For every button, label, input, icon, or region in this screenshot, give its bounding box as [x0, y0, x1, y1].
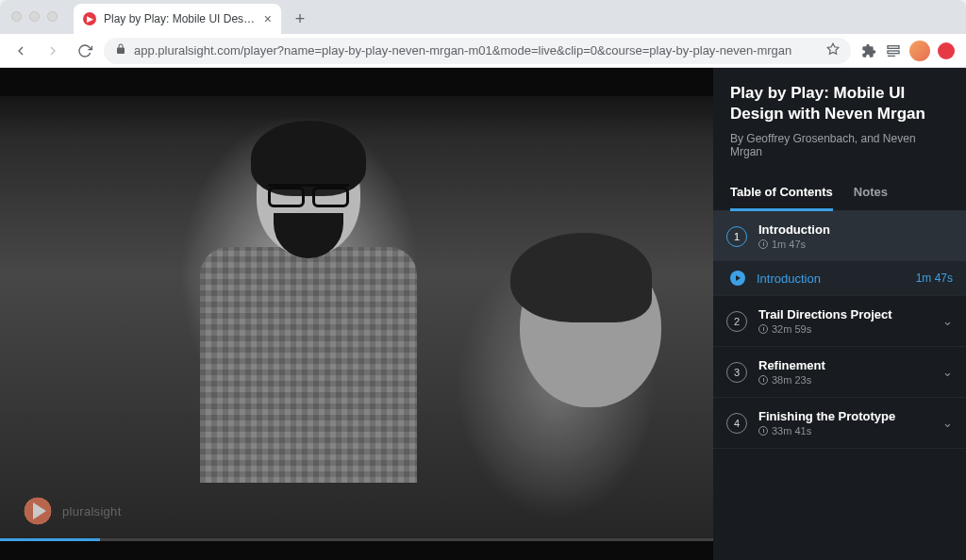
- svg-rect-1: [888, 45, 899, 48]
- video-progress-fill: [0, 538, 100, 541]
- page-content: pluralsight Play by Play: Mobile UI Desi…: [0, 68, 966, 560]
- module-2: 2 Trail Directions Project 32m 59s ⌄: [713, 296, 966, 347]
- video-subject-2: [482, 247, 699, 549]
- favicon-icon: ▶: [83, 12, 96, 25]
- play-icon: [730, 271, 745, 286]
- module-3: 3 Refinement 38m 23s ⌄: [713, 347, 966, 398]
- titlebar: ▶ Play by Play: Mobile UI Design × +: [0, 0, 966, 34]
- window-controls: [11, 11, 58, 22]
- nav-forward-button[interactable]: [40, 38, 66, 64]
- module-header[interactable]: 3 Refinement 38m 23s ⌄: [713, 347, 966, 397]
- module-duration: 33m 41s: [758, 425, 931, 436]
- tab-title: Play by Play: Mobile UI Design: [104, 12, 257, 25]
- module-1: 1 Introduction 1m 47s ⌄ Introduction 1m …: [713, 211, 966, 296]
- sidebar-tabs: Table of Contents Notes: [713, 175, 966, 211]
- profile-avatar[interactable]: [909, 41, 930, 61]
- extension-badge-icon[interactable]: [938, 42, 955, 59]
- window-close[interactable]: [11, 11, 22, 22]
- module-duration: 1m 47s: [758, 239, 953, 250]
- address-bar[interactable]: app.pluralsight.com/player?name=play-by-…: [104, 38, 851, 64]
- svg-rect-2: [888, 51, 899, 54]
- clip-title: Introduction: [757, 272, 905, 286]
- lock-icon: [115, 43, 126, 58]
- video-player[interactable]: pluralsight: [0, 68, 713, 560]
- module-duration: 38m 23s: [758, 374, 931, 386]
- extensions-icon[interactable]: [860, 42, 877, 59]
- clock-icon: [758, 324, 768, 334]
- clip-list: Introduction 1m 47s: [713, 261, 966, 295]
- window-minimize[interactable]: [29, 11, 40, 22]
- module-number: 3: [726, 362, 747, 383]
- chevron-down-icon: ⌄: [942, 416, 953, 430]
- clock-icon: [758, 426, 768, 436]
- chevron-down-icon: ⌄: [942, 365, 953, 379]
- window-maximize[interactable]: [47, 11, 58, 22]
- module-header[interactable]: 1 Introduction 1m 47s ⌄: [713, 211, 966, 261]
- nav-reload-button[interactable]: [72, 38, 98, 64]
- reading-list-icon[interactable]: [885, 42, 902, 59]
- module-list: 1 Introduction 1m 47s ⌄ Introduction 1m …: [713, 211, 966, 560]
- browser-tab[interactable]: ▶ Play by Play: Mobile UI Design ×: [74, 4, 281, 34]
- brand-watermark: pluralsight: [17, 490, 122, 532]
- tab-table-of-contents[interactable]: Table of Contents: [730, 175, 833, 210]
- nav-back-button[interactable]: [8, 38, 34, 64]
- clip-item[interactable]: Introduction 1m 47s: [713, 261, 966, 295]
- module-4: 4 Finishing the Prototype 33m 41s ⌄: [713, 398, 966, 449]
- module-header[interactable]: 2 Trail Directions Project 32m 59s ⌄: [713, 296, 966, 346]
- toolbar-right: [857, 41, 958, 61]
- module-title: Finishing the Prototype: [758, 409, 931, 423]
- module-title: Trail Directions Project: [758, 307, 931, 321]
- tab-close-icon[interactable]: ×: [264, 11, 272, 26]
- module-header[interactable]: 4 Finishing the Prototype 33m 41s ⌄: [713, 398, 966, 448]
- bookmark-star-icon[interactable]: [826, 42, 840, 58]
- watermark-text: pluralsight: [62, 504, 122, 519]
- browser-window: ▶ Play by Play: Mobile UI Design × + app…: [0, 0, 966, 560]
- svg-marker-0: [827, 43, 839, 54]
- browser-toolbar: app.pluralsight.com/player?name=play-by-…: [0, 34, 966, 68]
- clock-icon: [758, 375, 768, 385]
- module-number: 2: [726, 311, 747, 332]
- video-progress-bar[interactable]: [0, 538, 713, 541]
- module-number: 1: [726, 226, 747, 247]
- module-title: Refinement: [758, 358, 931, 372]
- course-sidebar: Play by Play: Mobile UI Design with Neve…: [713, 68, 966, 560]
- course-authors: By Geoffrey Grosenbach, and Neven Mrgan: [730, 132, 949, 158]
- tab-notes[interactable]: Notes: [854, 175, 888, 210]
- module-title: Introduction: [758, 222, 953, 237]
- clock-icon: [758, 239, 768, 249]
- module-number: 4: [726, 413, 747, 434]
- video-subject-1: [200, 132, 417, 490]
- new-tab-button[interactable]: +: [287, 6, 313, 32]
- url-text: app.pluralsight.com/player?name=play-by-…: [134, 43, 819, 58]
- module-duration: 32m 59s: [758, 323, 931, 335]
- clip-duration: 1m 47s: [916, 272, 953, 285]
- course-title: Play by Play: Mobile UI Design with Neve…: [730, 83, 949, 124]
- pluralsight-logo-icon: [17, 490, 58, 532]
- chevron-down-icon: ⌄: [942, 314, 953, 328]
- course-header: Play by Play: Mobile UI Design with Neve…: [713, 68, 966, 170]
- video-frame: [0, 96, 713, 541]
